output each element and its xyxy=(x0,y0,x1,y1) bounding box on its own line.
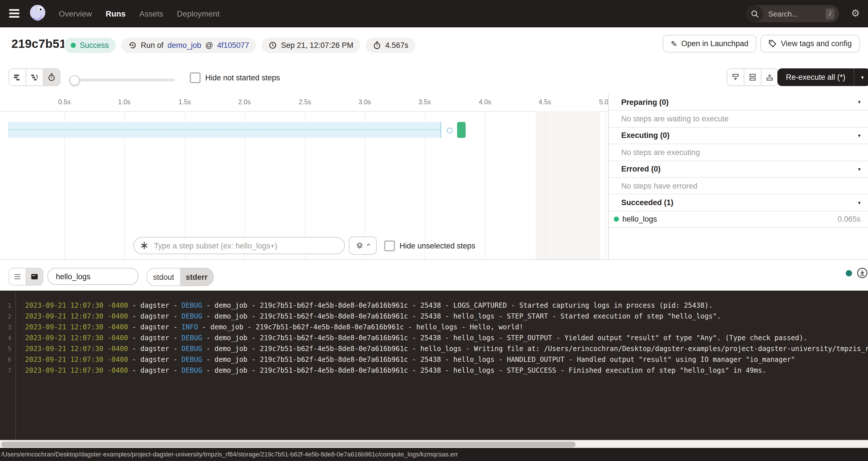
hide-not-started-label: Hide not started steps xyxy=(205,73,280,82)
panel-section-errored[interactable]: Errored (0) ▾ xyxy=(609,161,868,178)
gridline xyxy=(485,111,486,259)
op-selector-icon xyxy=(140,242,148,250)
panel-section-preparing[interactable]: Preparing (0) ▾ xyxy=(609,94,868,111)
log-horizontal-scrollbar[interactable] xyxy=(0,440,868,448)
log-step-filter-input[interactable] xyxy=(47,268,138,285)
gantt-view-mode-group xyxy=(8,68,60,86)
search-shortcut-badge: / xyxy=(826,8,834,19)
log-line: 32023-09-21 12:07:30 -0400 - dagster - I… xyxy=(0,322,868,333)
dagster-run-page: Overview Runs Assets Deployment / ⚙ 219c… xyxy=(0,0,868,461)
open-launchpad-button[interactable]: ✎ Open in Launchpad xyxy=(663,35,756,53)
tag-icon xyxy=(768,39,777,48)
run-id-title: 219c7b51 xyxy=(11,37,66,51)
axis-tick: 2.5s xyxy=(299,99,311,105)
nav-runs[interactable]: Runs xyxy=(106,9,126,18)
reexecute-all-button[interactable]: Re-execute all (*) xyxy=(777,73,854,82)
step-start-marker[interactable] xyxy=(447,128,453,133)
tab-stderr[interactable]: stderr xyxy=(180,268,213,285)
gridline xyxy=(605,111,606,259)
hide-not-started-checkbox[interactable] xyxy=(190,72,200,83)
log-lines: 12023-09-21 12:07:30 -0400 - dagster - D… xyxy=(0,300,868,376)
log-line: 62023-09-21 12:07:30 -0400 - dagster - D… xyxy=(0,355,868,365)
log-output: 12023-09-21 12:07:30 -0400 - dagster - D… xyxy=(0,290,868,440)
scrollbar-thumb[interactable] xyxy=(1,442,576,447)
clock-icon xyxy=(269,41,277,50)
hamburger-menu-icon[interactable] xyxy=(9,9,20,18)
step-bar-hello-logs[interactable] xyxy=(457,122,466,138)
gantt-toolbar: Hide not started steps Re-execute all (*… xyxy=(0,60,868,95)
stopwatch-icon xyxy=(373,41,381,50)
panel-empty-message: No steps have errored xyxy=(609,178,868,194)
timed-view-button[interactable] xyxy=(43,69,60,86)
success-dot-icon xyxy=(71,43,76,48)
raw-log-view-button[interactable] xyxy=(26,268,43,285)
hide-unselected-checkbox[interactable] xyxy=(384,240,395,251)
log-file-path: /Users/erincochran/Desktop/dagster-examp… xyxy=(1,451,458,458)
log-file-path-bar: /Users/erincochran/Desktop/dagster-examp… xyxy=(0,448,868,461)
axis-tick: 2.0s xyxy=(238,99,251,105)
dagster-logo-icon[interactable] xyxy=(28,3,48,23)
log-toolbar: stdout stderr xyxy=(0,260,868,290)
duration-badge: 4.567s xyxy=(366,38,415,53)
log-line: 52023-09-21 12:07:30 -0400 - dagster - D… xyxy=(0,344,868,355)
reexecute-options-button[interactable]: ▾ xyxy=(854,68,868,86)
flat-view-button[interactable] xyxy=(9,69,26,86)
success-dot-icon xyxy=(614,217,619,222)
search-input[interactable] xyxy=(767,9,826,19)
step-subset-input[interactable] xyxy=(153,241,338,250)
primary-nav: Overview Runs Assets Deployment xyxy=(59,0,219,27)
hide-unselected-label: Hide unselected steps xyxy=(400,241,475,250)
step-subset-field[interactable] xyxy=(133,237,345,254)
caret-down-icon: ▾ xyxy=(858,99,861,105)
nav-overview[interactable]: Overview xyxy=(59,9,92,18)
panel-section-succeeded[interactable]: Succeeded (1) ▾ xyxy=(609,194,868,211)
split-panels-button[interactable] xyxy=(744,69,761,86)
expand-top-panel-button[interactable] xyxy=(761,69,778,86)
top-nav: Overview Runs Assets Deployment / ⚙ xyxy=(0,0,868,27)
nav-assets[interactable]: Assets xyxy=(140,9,163,18)
panel-empty-message: No steps are waiting to execute xyxy=(609,111,868,128)
axis-tick: 1.5s xyxy=(178,99,191,105)
structured-log-view-button[interactable] xyxy=(9,268,26,285)
split-panels-icon xyxy=(748,73,757,82)
layers-icon xyxy=(355,242,364,250)
view-tags-config-button[interactable]: View tags and config xyxy=(760,35,860,53)
zoom-slider-handle[interactable] xyxy=(69,75,80,86)
axis-tick: 5.0s xyxy=(599,99,608,105)
caret-down-icon: ▾ xyxy=(858,166,861,172)
axis-tick: 4.5s xyxy=(538,99,551,105)
flat-view-icon xyxy=(13,73,22,82)
align-bottom-icon xyxy=(731,73,740,82)
step-subset-row: ^ Hide unselected steps xyxy=(133,237,475,255)
axis-tick: 0.5s xyxy=(58,99,71,105)
zoom-slider-track[interactable] xyxy=(69,79,175,82)
gridline xyxy=(545,111,546,259)
log-stream-tabs: stdout stderr xyxy=(147,268,214,286)
status-badge: Success xyxy=(64,38,116,53)
expand-bottom-panel-button[interactable] xyxy=(727,69,744,86)
graph-query-toggle-button[interactable]: ^ xyxy=(349,237,377,255)
nav-deployment[interactable]: Deployment xyxy=(177,9,219,18)
reexecute-button-group: Re-execute all (*) ▾ xyxy=(777,68,868,86)
panel-section-executing[interactable]: Executing (0) ▾ xyxy=(609,128,868,145)
start-time-badge: Sep 21, 12:07:26 PM xyxy=(261,38,360,53)
step-status-panel: Preparing (0) ▾ No steps are waiting to … xyxy=(608,94,868,259)
list-view-icon xyxy=(13,272,22,281)
log-line: 42023-09-21 12:07:30 -0400 - dagster - D… xyxy=(0,333,868,344)
download-icon xyxy=(856,267,868,279)
commit-link[interactable]: 4f105077 xyxy=(217,41,249,50)
download-logs-button[interactable] xyxy=(856,267,868,279)
succeeded-step-row[interactable]: hello_logs 0.065s xyxy=(609,211,868,228)
waterfall-view-button[interactable] xyxy=(26,69,43,86)
align-top-icon xyxy=(766,73,774,82)
tab-stdout[interactable]: stdout xyxy=(147,268,180,285)
waiting-dashed-line xyxy=(8,129,440,130)
gear-icon[interactable]: ⚙ xyxy=(848,7,862,21)
job-link[interactable]: demo_job xyxy=(167,41,202,50)
history-icon xyxy=(128,41,137,50)
stopwatch-icon xyxy=(47,73,56,82)
panel-layout-group xyxy=(727,68,778,86)
global-search[interactable]: / xyxy=(746,5,839,22)
pencil-icon: ✎ xyxy=(671,39,677,48)
log-status-dot xyxy=(846,270,852,276)
